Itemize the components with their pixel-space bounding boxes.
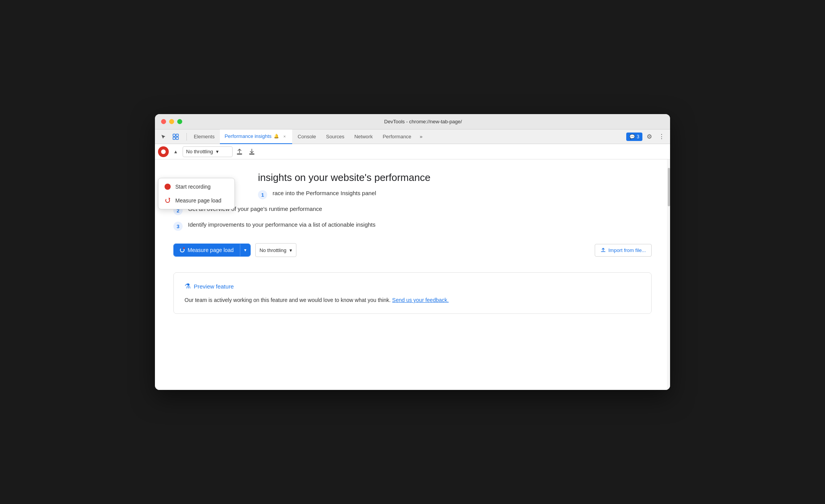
dropdown-menu: Start recording Measure page load bbox=[158, 178, 235, 209]
page-heading: insights on your website's performance bbox=[173, 172, 652, 184]
measure-page-load-label: Measure page load bbox=[175, 197, 221, 204]
window-title: DevTools - chrome://new-tab-page/ bbox=[182, 119, 664, 124]
traffic-lights bbox=[161, 119, 182, 124]
step-item-1: 1 race into the Performance Insights pan… bbox=[173, 190, 652, 199]
badge-count: 3 bbox=[637, 134, 639, 139]
devtools-window: DevTools - chrome://new-tab-page/ Elemen… bbox=[155, 114, 670, 390]
preview-feature-text: Our team is actively working on this fea… bbox=[185, 296, 640, 304]
minimize-button[interactable] bbox=[169, 119, 174, 124]
toolbar-icons bbox=[158, 131, 181, 142]
svg-rect-2 bbox=[173, 137, 175, 139]
flask-icon: ⚗ bbox=[185, 282, 191, 290]
svg-rect-3 bbox=[176, 137, 178, 139]
more-tabs-button[interactable]: » bbox=[417, 134, 426, 139]
svg-rect-0 bbox=[173, 134, 175, 136]
title-bar: DevTools - chrome://new-tab-page/ bbox=[155, 114, 670, 129]
step-number-1: 1 bbox=[258, 190, 267, 199]
cursor-icon-btn[interactable] bbox=[158, 131, 169, 142]
feedback-badge-button[interactable]: 💬 3 bbox=[626, 133, 642, 141]
step-number-3: 3 bbox=[173, 222, 183, 231]
scrollbar-track bbox=[667, 159, 670, 390]
tab-close-icon[interactable]: × bbox=[281, 133, 288, 139]
tab-performance[interactable]: Performance bbox=[378, 129, 416, 144]
tab-console[interactable]: Console bbox=[293, 129, 321, 144]
preview-feature-box: ⚗ Preview feature Our team is actively w… bbox=[173, 272, 652, 314]
record-dot-icon bbox=[165, 184, 171, 190]
start-recording-label: Start recording bbox=[175, 184, 211, 190]
record-button[interactable] bbox=[158, 146, 169, 157]
tab-sources[interactable]: Sources bbox=[321, 129, 349, 144]
chevron-down-icon-main: ▾ bbox=[289, 247, 292, 253]
tab-elements[interactable]: Elements bbox=[189, 129, 219, 144]
reload-icon-btn bbox=[180, 248, 185, 252]
upload-button[interactable] bbox=[234, 146, 245, 157]
step-item-2: 2 Get an overview of your page's runtime… bbox=[173, 206, 652, 215]
step-text-1: race into the Performance Insights panel bbox=[273, 190, 376, 196]
tab-network[interactable]: Network bbox=[350, 129, 378, 144]
import-from-file-button[interactable]: Import from file... bbox=[595, 244, 652, 257]
measure-page-load-button[interactable]: Measure page load bbox=[174, 244, 240, 256]
close-button[interactable] bbox=[161, 119, 166, 124]
arrow-up-button[interactable]: ▲ bbox=[170, 146, 181, 157]
maximize-button[interactable] bbox=[177, 119, 182, 124]
tab-divider bbox=[186, 133, 187, 141]
throttle-select-toolbar[interactable]: No throttling ▾ bbox=[183, 146, 233, 157]
chat-icon: 💬 bbox=[629, 134, 635, 139]
secondary-toolbar: ▲ No throttling ▾ bbox=[155, 144, 670, 159]
step-item-3: 3 Identify improvements to your performa… bbox=[173, 221, 652, 231]
measure-btn-dropdown[interactable]: ▾ bbox=[240, 244, 250, 256]
tab-performance-insights[interactable]: Performance insights 🔔 × bbox=[220, 129, 292, 144]
feedback-link[interactable]: Send us your feedback. bbox=[392, 297, 449, 303]
more-options-button[interactable]: ⋮ bbox=[656, 131, 667, 142]
throttle-dropdown-main[interactable]: No throttling ▾ bbox=[255, 243, 296, 257]
download-button[interactable] bbox=[246, 146, 257, 157]
step-text-3: Identify improvements to your performanc… bbox=[188, 221, 376, 228]
chevron-down-icon: ▾ bbox=[216, 149, 219, 154]
tab-bar: Elements Performance insights 🔔 × Consol… bbox=[155, 129, 670, 144]
inspect-icon-btn[interactable] bbox=[170, 131, 181, 142]
action-row: Measure page load ▾ No throttling ▾ Impo… bbox=[173, 243, 652, 257]
measure-page-load-item[interactable]: Measure page load bbox=[158, 194, 235, 207]
preview-feature-title: ⚗ Preview feature bbox=[185, 282, 640, 290]
pin-icon: 🔔 bbox=[274, 134, 279, 139]
start-recording-item[interactable]: Start recording bbox=[158, 180, 235, 194]
measure-btn-group: Measure page load ▾ bbox=[173, 244, 251, 257]
tab-right-actions: 💬 3 ⚙ ⋮ bbox=[626, 131, 667, 142]
svg-rect-1 bbox=[176, 134, 178, 136]
step-list: 1 race into the Performance Insights pan… bbox=[173, 190, 652, 231]
record-indicator bbox=[161, 149, 166, 154]
main-content: Start recording Measure page load insigh… bbox=[155, 159, 670, 390]
scrollbar-thumb[interactable] bbox=[668, 168, 670, 206]
settings-button[interactable]: ⚙ bbox=[644, 131, 655, 142]
upload-icon bbox=[600, 247, 606, 253]
main-wrapper: Start recording Measure page load insigh… bbox=[155, 159, 670, 390]
reload-icon bbox=[165, 197, 171, 204]
